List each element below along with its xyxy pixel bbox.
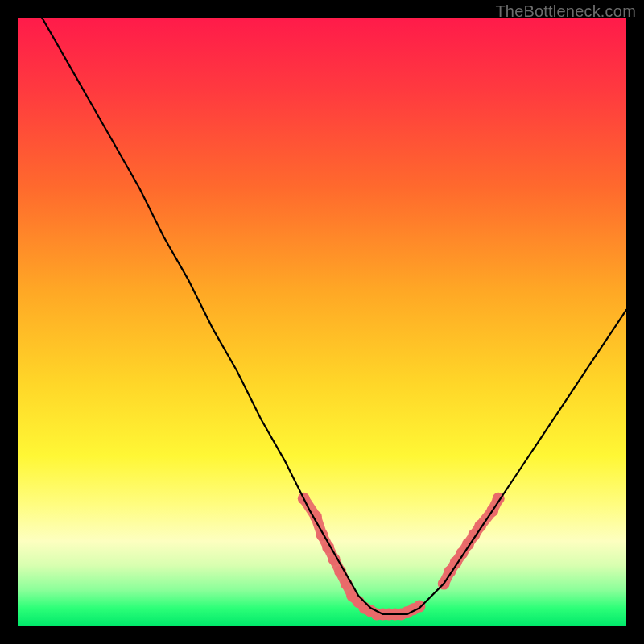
plot-area <box>18 18 626 626</box>
chart-frame: TheBottleneck.com <box>0 0 644 644</box>
highlight-layer <box>298 493 505 621</box>
highlight-dot <box>341 578 353 590</box>
bottleneck-curve <box>42 18 626 614</box>
watermark-text: TheBottleneck.com <box>495 2 636 21</box>
chart-svg <box>18 18 626 626</box>
